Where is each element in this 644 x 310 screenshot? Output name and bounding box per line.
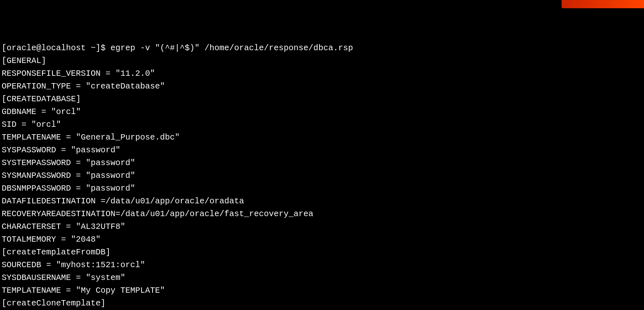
terminal-line: SYSTEMPASSWORD = "password" — [2, 156, 642, 169]
terminal-line: TEMPLATENAME = "General_Purpose.dbc" — [2, 131, 642, 144]
terminal-line: GDBNAME = "orcl" — [2, 105, 642, 118]
terminal-line: TOTALMEMORY = "2048" — [2, 233, 642, 246]
terminal-line: DBSNMPPASSWORD = "password" — [2, 182, 642, 195]
terminal-line: RECOVERYAREADESTINATION=/data/u01/app/or… — [2, 207, 642, 220]
terminal-line: SYSDBAUSERNAME = "system" — [2, 271, 642, 284]
terminal-line: DATAFILEDESTINATION =/data/u01/app/oracl… — [2, 195, 642, 207]
terminal-line: OPERATION_TYPE = "createDatabase" — [2, 80, 642, 93]
terminal-line: [CREATEDATABASE] — [2, 93, 642, 105]
terminal-line: RESPONSEFILE_VERSION = "11.2.0" — [2, 67, 642, 80]
terminal-line: [GENERAL] — [2, 54, 642, 67]
terminal-line: [createTemplateFromDB] — [2, 246, 642, 259]
terminal-content: [oracle@localhost ~]$ egrep -v "(^#|^$)"… — [2, 42, 642, 310]
terminal-line: SYSPASSWORD = "password" — [2, 144, 642, 156]
terminal-line: TEMPLATENAME = "My Copy TEMPLATE" — [2, 284, 642, 297]
terminal-line: SID = "orcl" — [2, 118, 642, 131]
terminal-line: CHARACTERSET = "AL32UTF8" — [2, 220, 642, 233]
terminal-line: SOURCEDB = "myhost:1521:orcl" — [2, 259, 642, 271]
terminal-line: [createCloneTemplate] — [2, 297, 642, 310]
terminal-window: [oracle@localhost ~]$ egrep -v "(^#|^$)"… — [0, 0, 644, 310]
terminal-line: SYSMANPASSWORD = "password" — [2, 169, 642, 182]
top-bar-decoration — [562, 0, 644, 8]
terminal-line: [oracle@localhost ~]$ egrep -v "(^#|^$)"… — [2, 42, 642, 54]
